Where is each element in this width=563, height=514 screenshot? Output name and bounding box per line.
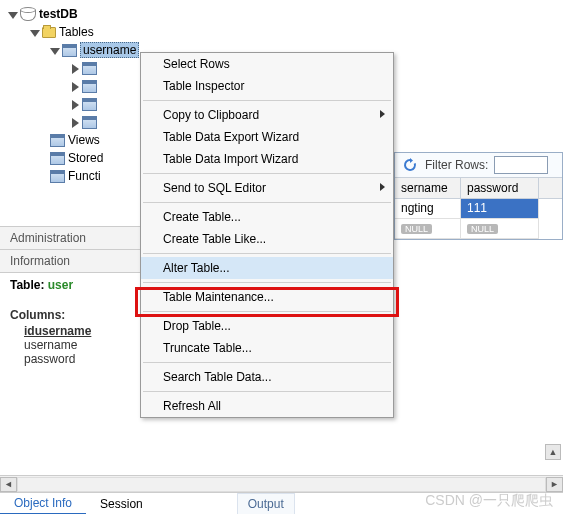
stored-label: Stored — [68, 151, 103, 165]
menu-table-maintenance[interactable]: Table Maintenance... — [141, 286, 393, 308]
table-icon — [62, 44, 77, 57]
col-header-password[interactable]: password — [461, 178, 539, 198]
expand-arrow-icon[interactable] — [70, 118, 79, 127]
horizontal-scrollbar[interactable]: ◄ ► — [0, 475, 563, 492]
expand-arrow-icon[interactable] — [50, 46, 59, 55]
table-prefix: Table: — [10, 278, 48, 292]
expand-arrow-icon[interactable] — [70, 64, 79, 73]
username-label: username — [80, 42, 139, 58]
grid-row[interactable]: ngting 111 — [395, 199, 562, 219]
context-menu: Select Rows Table Inspector Copy to Clip… — [140, 52, 394, 418]
menu-label: Copy to Clipboard — [163, 108, 259, 122]
fk-icon — [82, 98, 97, 111]
tree-node-db[interactable]: testDB — [8, 5, 563, 23]
menu-separator — [143, 173, 391, 174]
filter-rows-label: Filter Rows: — [425, 158, 488, 172]
menu-refresh-all[interactable]: Refresh All — [141, 395, 393, 417]
menu-separator — [143, 362, 391, 363]
menu-separator — [143, 100, 391, 101]
scroll-right-button[interactable]: ► — [546, 477, 563, 492]
menu-table-inspector[interactable]: Table Inspector — [141, 75, 393, 97]
tab-session[interactable]: Session — [86, 494, 157, 514]
menu-label: Send to SQL Editor — [163, 181, 266, 195]
functi-label: Functi — [68, 169, 101, 183]
menu-separator — [143, 202, 391, 203]
db-label: testDB — [39, 7, 78, 21]
menu-send-sql[interactable]: Send to SQL Editor — [141, 177, 393, 199]
scroll-up-button[interactable]: ▲ — [545, 444, 561, 460]
expand-arrow-icon[interactable] — [70, 100, 79, 109]
triggers-icon — [82, 116, 97, 129]
scroll-left-button[interactable]: ◄ — [0, 477, 17, 492]
folder-icon — [50, 170, 65, 183]
submenu-arrow-icon — [380, 183, 385, 191]
tab-object-info[interactable]: Object Info — [0, 493, 86, 515]
menu-drop-table[interactable]: Drop Table... — [141, 315, 393, 337]
table-name: user — [48, 278, 73, 292]
expand-arrow-icon[interactable] — [8, 10, 17, 19]
filter-rows-input[interactable] — [494, 156, 548, 174]
menu-create-table[interactable]: Create Table... — [141, 206, 393, 228]
grid-toolbar: Filter Rows: — [395, 153, 562, 178]
tree-node-tables[interactable]: Tables — [8, 23, 563, 41]
menu-export-wizard[interactable]: Table Data Export Wizard — [141, 126, 393, 148]
null-badge: NULL — [401, 224, 432, 234]
cell-username[interactable]: ngting — [395, 199, 461, 219]
expand-arrow-icon[interactable] — [30, 28, 39, 37]
cell-null[interactable]: NULL — [461, 219, 539, 239]
grid-row[interactable]: NULL NULL — [395, 219, 562, 239]
menu-separator — [143, 391, 391, 392]
refresh-icon[interactable] — [401, 156, 419, 174]
folder-icon — [50, 134, 65, 147]
menu-truncate-table[interactable]: Truncate Table... — [141, 337, 393, 359]
columns-icon — [82, 62, 97, 75]
tables-label: Tables — [59, 25, 94, 39]
menu-separator — [143, 311, 391, 312]
menu-copy-clipboard[interactable]: Copy to Clipboard — [141, 104, 393, 126]
cell-null[interactable]: NULL — [395, 219, 461, 239]
expand-arrow-icon[interactable] — [70, 82, 79, 91]
indexes-icon — [82, 80, 97, 93]
cell-password-selected[interactable]: 111 — [461, 199, 539, 219]
tab-information[interactable]: Information — [0, 250, 80, 272]
output-panel-label[interactable]: Output — [237, 493, 295, 514]
menu-alter-table[interactable]: Alter Table... — [141, 257, 393, 279]
col-header-username[interactable]: sername — [395, 178, 461, 198]
submenu-arrow-icon — [380, 110, 385, 118]
menu-select-rows[interactable]: Select Rows — [141, 53, 393, 75]
menu-separator — [143, 282, 391, 283]
menu-separator — [143, 253, 391, 254]
watermark: CSDN @一只爬爬虫 — [425, 492, 553, 510]
folder-icon — [42, 27, 56, 38]
folder-icon — [50, 152, 65, 165]
scrollbar-track[interactable] — [17, 477, 546, 492]
null-badge: NULL — [467, 224, 498, 234]
tab-administration[interactable]: Administration — [0, 227, 96, 249]
result-grid-pane: Filter Rows: sername password ngting 111… — [394, 152, 563, 240]
views-label: Views — [68, 133, 100, 147]
menu-search-table-data[interactable]: Search Table Data... — [141, 366, 393, 388]
menu-create-table-like[interactable]: Create Table Like... — [141, 228, 393, 250]
grid-header: sername password — [395, 178, 562, 199]
database-icon — [20, 7, 36, 21]
menu-import-wizard[interactable]: Table Data Import Wizard — [141, 148, 393, 170]
